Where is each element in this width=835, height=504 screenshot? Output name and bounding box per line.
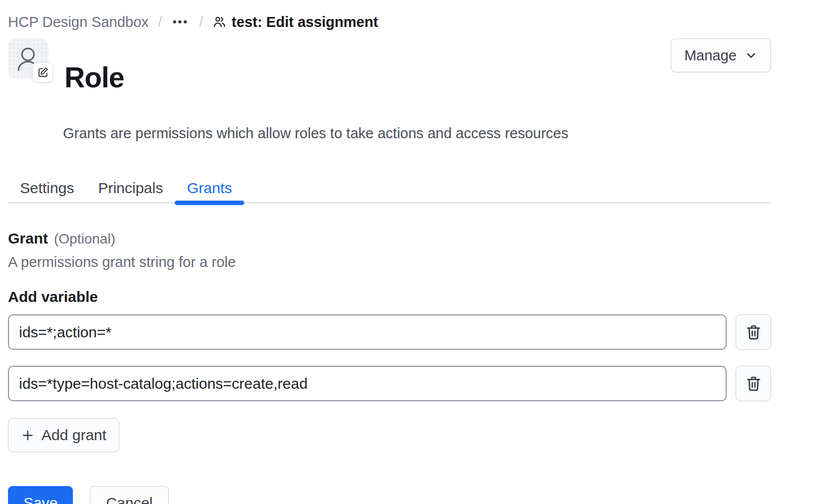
- breadcrumb-current: test: Edit assignment: [213, 14, 378, 30]
- tab-grants[interactable]: Grants: [175, 181, 244, 202]
- pencil-square-icon: [37, 66, 49, 78]
- page-subtitle: Grants are permissions which allow roles…: [63, 124, 771, 142]
- chevron-down-icon: [745, 49, 758, 62]
- grant-row: [8, 314, 771, 350]
- grant-optional-label: (Optional): [54, 231, 115, 247]
- tab-principals[interactable]: Principals: [86, 181, 175, 202]
- add-grant-button[interactable]: Add grant: [8, 418, 119, 452]
- breadcrumb-root-link[interactable]: HCP Design Sandbox: [8, 14, 149, 30]
- page-header: Role Manage: [8, 38, 771, 117]
- breadcrumb-collapsed-button[interactable]: •••: [172, 13, 190, 30]
- form-actions: Save Cancel: [8, 486, 771, 504]
- tab-bar: Settings Principals Grants: [8, 181, 771, 204]
- add-grant-button-label: Add grant: [41, 427, 106, 444]
- delete-grant-button[interactable]: [736, 314, 771, 350]
- grant-rows: [8, 314, 771, 401]
- breadcrumb-current-label: test: Edit assignment: [232, 14, 378, 30]
- cancel-button[interactable]: Cancel: [90, 486, 168, 504]
- grant-field-label: Grant (Optional): [8, 231, 771, 247]
- grant-help-text: A permissions grant string for a role: [8, 254, 771, 269]
- breadcrumb-separator: /: [199, 14, 203, 30]
- delete-grant-button[interactable]: [736, 366, 771, 401]
- save-button[interactable]: Save: [8, 486, 73, 504]
- plus-icon: [21, 429, 34, 442]
- tab-settings[interactable]: Settings: [8, 181, 86, 202]
- grant-label: Grant: [8, 231, 48, 247]
- breadcrumb-separator: /: [158, 14, 162, 30]
- page-title: Role: [64, 57, 124, 98]
- grant-input[interactable]: [8, 366, 727, 401]
- add-variable-label: Add variable: [8, 289, 771, 305]
- manage-button[interactable]: Manage: [671, 38, 771, 72]
- grant-input[interactable]: [8, 314, 727, 350]
- manage-button-label: Manage: [684, 47, 737, 64]
- grant-row: [8, 366, 771, 401]
- trash-icon: [745, 375, 762, 392]
- role-avatar: [8, 38, 48, 79]
- trash-icon: [745, 324, 762, 341]
- breadcrumb: HCP Design Sandbox / ••• / test: Edit as…: [8, 0, 771, 30]
- edit-avatar-button[interactable]: [32, 62, 53, 83]
- role-edit-page: HCP Design Sandbox / ••• / test: Edit as…: [0, 0, 835, 504]
- users-icon: [213, 15, 226, 29]
